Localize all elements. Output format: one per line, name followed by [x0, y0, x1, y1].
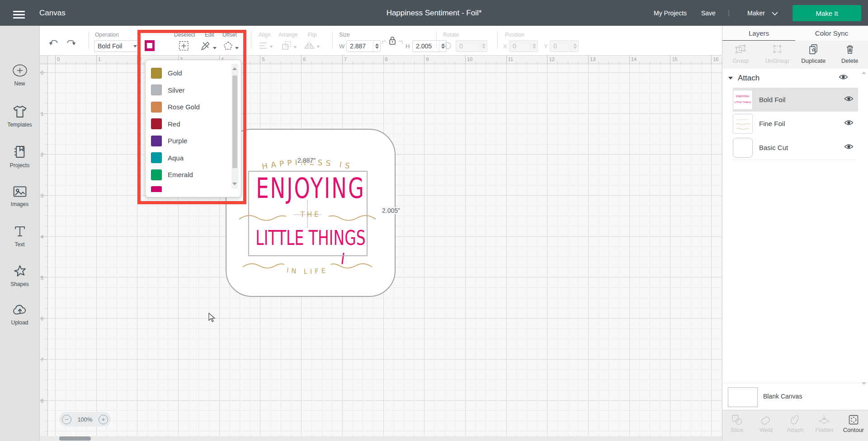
redo-icon[interactable] — [66, 38, 76, 50]
sidebar-item-label: Upload — [0, 319, 39, 326]
contour-button[interactable]: Contour — [839, 410, 868, 441]
layers-panel: Layers Color Sync Group UnGroup Duplicat… — [722, 26, 868, 441]
color-option[interactable]: Red — [146, 116, 231, 133]
scrollbar-thumb[interactable] — [59, 436, 91, 441]
blank-canvas-swatch[interactable] — [728, 387, 758, 407]
zoom-in-button[interactable]: + — [99, 415, 108, 424]
ungroup-icon — [771, 44, 783, 55]
height-label: H — [406, 43, 410, 50]
arrange-label: Arrange — [278, 32, 298, 38]
offset-icon[interactable] — [223, 41, 239, 53]
tab-layers[interactable]: Layers — [722, 26, 795, 41]
save-link[interactable]: Save — [701, 9, 716, 17]
make-it-button[interactable]: Make It — [793, 5, 861, 21]
boolean-actions-bar: Slice Weld Attach Flatten Contour — [722, 410, 868, 441]
sidebar-item-upload[interactable]: Upload — [0, 304, 39, 326]
sidebar-item-label: New — [0, 80, 39, 87]
selection-width-label: 2.887" — [297, 157, 316, 164]
color-swatch — [151, 169, 162, 180]
deselect-icon[interactable] — [179, 41, 189, 53]
sidebar-item-shapes[interactable]: Shapes — [0, 264, 39, 287]
design-arc-bottom-text: IN LIFE — [286, 266, 329, 276]
duplicate-button[interactable]: Duplicate — [795, 41, 832, 69]
scroll-down-icon[interactable] — [862, 382, 866, 385]
sidebar-item-text[interactable]: Text — [0, 225, 39, 248]
color-option-label: Red — [168, 120, 180, 128]
blank-canvas-row[interactable]: Blank Canvas — [722, 383, 868, 410]
delete-button[interactable]: Delete — [832, 41, 868, 69]
color-swatch — [151, 102, 162, 113]
group-button[interactable]: Group — [722, 41, 759, 69]
layers-scrollbar[interactable] — [861, 71, 867, 385]
sidebar-item-images[interactable]: Images — [0, 185, 39, 207]
zoom-out-button[interactable]: − — [62, 415, 71, 424]
tab-color-sync[interactable]: Color Sync — [795, 26, 868, 41]
width-stepper[interactable] — [373, 41, 380, 52]
operation-value: Bold Foil — [94, 42, 133, 50]
sidebar-item-label: Text — [0, 241, 39, 248]
operation-select[interactable]: Bold Foil — [94, 40, 140, 52]
weld-label: Weld — [751, 427, 780, 433]
eye-icon[interactable] — [844, 95, 854, 104]
scroll-down-icon[interactable] — [232, 183, 237, 185]
slice-button[interactable]: Slice — [722, 410, 751, 441]
arrange-icon[interactable] — [282, 41, 297, 52]
color-option[interactable]: Rose Gold — [146, 99, 231, 116]
selection-height-label: 2.005" — [381, 207, 401, 214]
flip-label: Flip — [308, 32, 316, 38]
thumb-text: LITTLE THINGS — [734, 101, 752, 103]
color-option[interactable]: Emerald — [146, 166, 231, 183]
edit-icon[interactable] — [200, 41, 217, 53]
sidebar-item-label: Templates — [0, 122, 39, 128]
sidebar-item-templates[interactable]: Templates — [0, 105, 39, 128]
color-option-partial[interactable] — [146, 183, 231, 192]
color-option[interactable]: Silver — [146, 82, 231, 99]
dropdown-scrollbar-thumb[interactable] — [232, 75, 237, 168]
attach-button[interactable]: Attach — [781, 410, 810, 441]
color-swatch — [151, 136, 162, 146]
width-input[interactable]: 2.887 — [346, 40, 381, 52]
sidebar-item-new[interactable]: New — [0, 64, 39, 87]
weld-button[interactable]: Weld — [751, 410, 780, 441]
chevron-down-icon[interactable] — [771, 11, 778, 16]
flatten-button[interactable]: Flatten — [810, 410, 839, 441]
layer-row-fine-foil[interactable]: Fine Foil — [733, 112, 858, 136]
dropdown-scrollbar[interactable] — [231, 64, 238, 189]
ungroup-button[interactable]: UnGroup — [759, 41, 796, 69]
width-label: W — [339, 43, 344, 50]
selection-bounding-box[interactable] — [248, 171, 368, 256]
layer-color-swatch[interactable] — [145, 40, 155, 51]
scroll-up-icon[interactable] — [862, 71, 866, 74]
layer-group-attach[interactable]: Attach — [722, 69, 868, 88]
layer-row-basic-cut[interactable]: Basic Cut — [733, 136, 858, 160]
color-option[interactable]: Aqua — [146, 150, 231, 167]
project-title: Happiness Sentiment - Foil* — [0, 9, 868, 18]
color-option[interactable]: Purple — [146, 132, 231, 150]
canvas-horizontal-scrollbar[interactable] — [39, 436, 722, 441]
eye-icon[interactable] — [844, 143, 854, 152]
eye-icon[interactable] — [839, 74, 848, 82]
flip-icon[interactable] — [304, 41, 320, 52]
undo-icon[interactable] — [48, 38, 59, 50]
sidebar-item-label: Shapes — [0, 281, 39, 287]
sidebar-item-projects[interactable]: Projects — [0, 145, 39, 169]
color-option[interactable]: Gold — [146, 65, 231, 82]
collapse-caret-icon[interactable] — [728, 77, 733, 80]
align-icon[interactable] — [259, 42, 273, 52]
my-projects-link[interactable]: My Projects — [654, 9, 687, 17]
color-option-label: Purple — [168, 137, 187, 145]
y-label: Y — [544, 43, 548, 50]
lock-icon[interactable] — [382, 36, 403, 46]
left-sidebar: New Templates Projects Images Text Shape… — [0, 26, 40, 441]
rotate-value: 0 — [456, 42, 480, 50]
height-input[interactable]: 2.005 — [412, 40, 447, 52]
machine-select[interactable]: Maker — [747, 9, 765, 17]
scroll-up-icon[interactable] — [232, 67, 237, 70]
foil-color-dropdown: Gold Silver Rose Gold Red Purple — [145, 60, 241, 197]
layer-row-bold-foil[interactable]: ENJOYING LITTLE THINGS Bold Foil — [733, 88, 858, 112]
eye-icon[interactable] — [844, 119, 854, 128]
offset-label: Offset — [222, 32, 237, 38]
operation-label: Operation — [95, 32, 119, 38]
thumb-text: ENJOYING — [734, 94, 751, 98]
slice-icon — [731, 414, 743, 425]
